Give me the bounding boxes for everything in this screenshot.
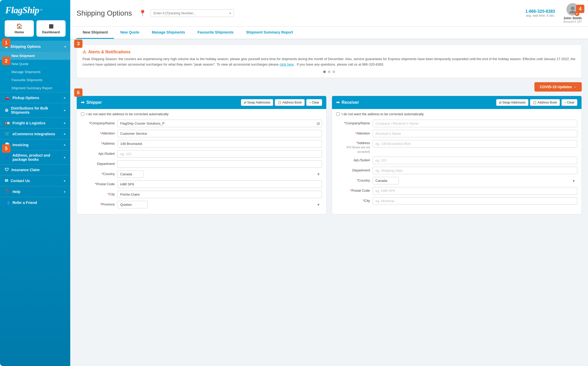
shipper-attention-input[interactable] [117, 130, 322, 137]
phone-number[interactable]: 1-866-320-8383 [525, 9, 555, 14]
receiver-dept-row: Department [336, 167, 577, 174]
tab-shipment-summary[interactable]: Shipment Summary Report [240, 27, 299, 39]
alert-link[interactable]: click here [280, 62, 294, 66]
receiver-apt-input[interactable] [373, 157, 577, 164]
sidebar-item-contact[interactable]: ✉ Contact Us ▸ [0, 175, 70, 186]
tab-new-quote[interactable]: New Quote [114, 27, 145, 39]
receiver-no-correct-checkbox[interactable] [336, 112, 340, 116]
receiver-company-row: *Company/Name [336, 120, 577, 127]
shipper-address-book-button[interactable]: 📋 Address Book [275, 99, 304, 106]
tracking-input[interactable] [154, 11, 229, 15]
nav-section-distributions: ⚙ Distributions for Bulk Shipments ▸ [0, 103, 70, 117]
shipper-swap-button[interactable]: ⇄ Swap Addresses [241, 99, 273, 106]
tab-new-shipment[interactable]: New Shipment [76, 27, 114, 39]
dot-1[interactable] [323, 70, 326, 73]
sidebar-item-manage-shipments[interactable]: Manage Shipments [0, 68, 70, 76]
home-label: Home [15, 30, 24, 34]
sidebar-item-pickup-options[interactable]: 🚗 Pickup Options ▸ [0, 92, 70, 103]
sidebar-item-distributions[interactable]: ⚙ Distributions for Bulk Shipments ▸ [0, 103, 70, 117]
shipper-city-input[interactable] [117, 191, 322, 198]
sidebar-item-insurance[interactable]: 🛡 Insurance Claim [0, 165, 70, 175]
freight-icon: 🚛 [5, 120, 10, 125]
shipper-country-select[interactable]: Canada United States [117, 170, 144, 178]
nav-section-invoicing: 📄 Invoicing ▸ [0, 139, 70, 150]
receiver-panel-header: ➡ Receiver ⇄ Swap Addresses 📋 Address Bo… [332, 96, 581, 109]
receiver-city-input[interactable] [373, 197, 577, 205]
sidebar-item-refer[interactable]: 👥 Refer a Friend [0, 197, 70, 208]
sidebar-item-invoicing[interactable]: 📄 Invoicing ▸ [0, 139, 70, 150]
sidebar-item-shipping-options[interactable]: ◈ Shipping Options ◂ [0, 41, 70, 52]
receiver-city-label: *City [336, 197, 370, 203]
shipper-dept-input[interactable] [117, 160, 322, 168]
shipper-province-select-wrap: Quebec Ontario British Columbia [117, 201, 322, 208]
shipper-no-correct-label: I do not want the address to be correcte… [86, 112, 169, 116]
receiver-address-book-button[interactable]: 📋 Address Book [530, 99, 560, 106]
shipper-province-select[interactable]: Quebec Ontario British Columbia [117, 201, 148, 208]
covid-row: COVID-19 Updates → [76, 82, 582, 92]
receiver-address-row: *Address(PO Boxes are not accepted) [336, 140, 577, 154]
shipper-address-input[interactable] [117, 140, 322, 147]
chevron-right-icon5: ▸ [64, 143, 66, 147]
refer-icon: 👥 [5, 200, 10, 205]
shipper-clear-button[interactable]: ○ Clear [306, 99, 322, 106]
shipper-apt-label: Apt./Suite# [81, 150, 115, 156]
sidebar-item-freight[interactable]: 🚛 Freight & Logistics ▸ [0, 118, 70, 128]
receiver-no-correct-row: I do not want the address to be correcte… [336, 112, 577, 116]
dot-3[interactable] [333, 70, 335, 73]
home-button[interactable]: 🏠 Home [5, 20, 34, 37]
shipper-country-label: *Country [81, 170, 115, 176]
nav-section-shipping: ◈ Shipping Options ◂ New Shipment New Qu… [0, 41, 70, 92]
shipper-apt-input[interactable] [117, 150, 322, 158]
receiver-swap-button[interactable]: ⇄ Swap Addresses [496, 99, 529, 106]
insurance-label: Insurance Claim [11, 168, 40, 172]
contact-icon: ✉ [5, 178, 8, 183]
sidebar-item-new-shipment[interactable]: New Shipment [0, 52, 70, 60]
receiver-clear-button[interactable]: ○ Clear [561, 99, 577, 106]
badge-6: 6 [74, 88, 82, 97]
wait-time: avg. wait time: 6 sec. [525, 14, 555, 17]
receiver-company-label: *Company/Name [336, 120, 370, 125]
nav-section-ecommerce: 🛒 eCommerce Integrations ▸ [0, 128, 70, 139]
receiver-company-input[interactable] [373, 120, 577, 127]
refer-label: Refer a Friend [12, 201, 37, 205]
receiver-panel: ➡ Receiver ⇄ Swap Addresses 📋 Address Bo… [332, 96, 582, 214]
shipper-company-input[interactable] [117, 120, 322, 127]
main-content: Shipping Options 📍 ▾ 1-866-320-8383 avg.… [70, 0, 588, 366]
shipper-country-row: *Country Canada United States [81, 170, 322, 178]
receiver-attention-input[interactable] [373, 130, 577, 137]
sidebar-item-ecommerce[interactable]: 🛒 eCommerce Integrations ▸ [0, 129, 70, 139]
account-number: Account # 197 [563, 20, 581, 23]
shipper-dept-label: Department [81, 160, 115, 166]
tab-favourite-shipments[interactable]: Favourite Shipments [191, 27, 240, 39]
tracking-input-wrap: ▾ [151, 9, 234, 17]
logo: FlagShip [5, 5, 39, 16]
receiver-postal-row: *Postal Code [336, 187, 577, 195]
tab-manage-shipments[interactable]: Manage Shipments [146, 27, 191, 39]
receiver-address-input[interactable] [373, 140, 577, 147]
sidebar-item-shipment-summary[interactable]: Shipment Summary Report [0, 84, 70, 92]
dashboard-button[interactable]: ▦ Dashboard [36, 20, 66, 37]
sidebar-top-buttons: 🏠 Home ▦ Dashboard [0, 18, 70, 41]
chevron-right-icon8: ▸ [64, 190, 66, 194]
page-title: Shipping Options [76, 9, 132, 17]
dashboard-label: Dashboard [42, 30, 60, 34]
receiver-actions: ⇄ Swap Addresses 📋 Address Book ○ Clear [496, 99, 577, 106]
header: Shipping Options 📍 ▾ 1-866-320-8383 avg.… [70, 0, 588, 27]
receiver-postal-input[interactable] [373, 187, 577, 195]
shipper-no-correct-checkbox[interactable] [81, 112, 84, 116]
pickup-icon: 🚗 [5, 95, 10, 100]
dot-2[interactable] [328, 70, 330, 73]
covid-updates-button[interactable]: COVID-19 Updates → [534, 82, 582, 92]
sidebar-item-help[interactable]: ❓ Help ▸ [0, 186, 70, 197]
alert-text: Peak Shipping Season: the couriers are e… [82, 56, 576, 67]
receiver-arrow-icon: ➡ [336, 100, 340, 105]
sidebar-item-new-quote[interactable]: New Quote [0, 60, 70, 68]
sidebar-item-favourite-shipments[interactable]: Favourite Shipments [0, 76, 70, 84]
receiver-postal-label: *Postal Code [336, 187, 370, 192]
sidebar-item-address-books[interactable]: 👤 Address, product and package books ▸ [0, 150, 70, 164]
pickup-label: Pickup Options [12, 96, 39, 100]
receiver-dept-input[interactable] [373, 167, 577, 174]
receiver-country-select[interactable]: Canada United States [373, 177, 399, 184]
shipper-postal-input[interactable] [117, 181, 322, 188]
shipper-province-label: *Province [81, 201, 115, 206]
